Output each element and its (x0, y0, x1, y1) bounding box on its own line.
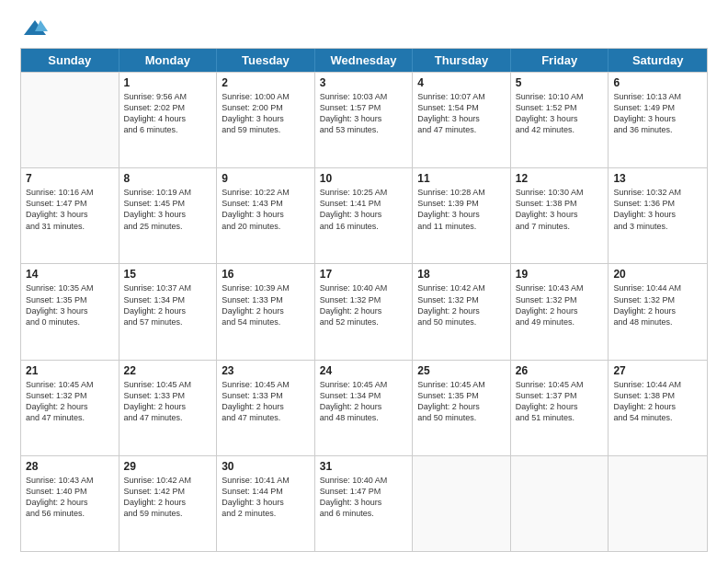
day-number: 29 (124, 460, 212, 473)
day-cell-25: 25Sunrise: 10:45 AMSunset: 1:35 PMDaylig… (413, 361, 511, 455)
header-day-friday: Friday (511, 49, 609, 72)
header (20, 17, 708, 39)
cell-info-line: Sunset: 1:44 PM (222, 486, 310, 497)
cell-info-line: Sunrise: 10:30 AM (516, 187, 604, 198)
day-cell-17: 17Sunrise: 10:40 AMSunset: 1:32 PMDaylig… (315, 264, 414, 359)
cell-info-line: Sunrise: 9:56 AM (124, 91, 212, 102)
cell-info-line: and 49 minutes. (516, 316, 604, 327)
day-cell-23: 23Sunrise: 10:45 AMSunset: 1:33 PMDaylig… (217, 361, 315, 455)
day-number: 13 (613, 172, 702, 185)
cell-info-line: and 2 minutes. (222, 508, 310, 519)
cell-info-line: Sunrise: 10:35 AM (26, 282, 114, 293)
calendar-body: 1Sunrise: 9:56 AMSunset: 2:02 PMDaylight… (21, 72, 707, 551)
cell-info-line: Daylight: 3 hours (222, 209, 310, 220)
calendar-row-4: 21Sunrise: 10:45 AMSunset: 1:32 PMDaylig… (21, 360, 707, 455)
day-cell-31: 31Sunrise: 10:40 AMSunset: 1:47 PMDaylig… (315, 456, 414, 551)
cell-info-line: Sunset: 1:42 PM (124, 486, 212, 497)
cell-info-line: Daylight: 3 hours (26, 305, 114, 316)
cell-info-line: Sunset: 1:35 PM (26, 294, 114, 305)
logo-icon (22, 17, 48, 42)
cell-info-line: Sunset: 1:43 PM (222, 198, 310, 209)
day-cell-28: 28Sunrise: 10:43 AMSunset: 1:40 PMDaylig… (21, 456, 119, 551)
day-cell-22: 22Sunrise: 10:45 AMSunset: 1:33 PMDaylig… (119, 361, 218, 455)
day-number: 31 (320, 460, 408, 473)
cell-info-line: Daylight: 3 hours (516, 209, 604, 220)
cell-info-line: Sunset: 1:35 PM (417, 390, 506, 401)
cell-info-line: Daylight: 2 hours (417, 401, 506, 412)
cell-info-line: Sunrise: 10:16 AM (26, 187, 114, 198)
day-number: 22 (124, 364, 212, 377)
day-cell-24: 24Sunrise: 10:45 AMSunset: 1:34 PMDaylig… (315, 361, 414, 455)
cell-info-line: and 54 minutes. (222, 316, 310, 327)
cell-info-line: Daylight: 3 hours (417, 113, 506, 124)
day-cell-20: 20Sunrise: 10:44 AMSunset: 1:32 PMDaylig… (609, 264, 707, 359)
cell-info-line: and 11 minutes. (417, 221, 506, 232)
cell-info-line: Sunset: 1:33 PM (222, 294, 310, 305)
cell-info-line: Sunrise: 10:19 AM (124, 187, 212, 198)
cell-info-line: and 53 minutes. (320, 124, 408, 135)
cell-info-line: Sunrise: 10:42 AM (124, 475, 212, 486)
cell-info-line: Sunrise: 10:45 AM (124, 379, 212, 390)
day-cell-3: 3Sunrise: 10:03 AMSunset: 1:57 PMDayligh… (315, 73, 414, 167)
day-number: 26 (516, 364, 604, 377)
day-number: 23 (222, 364, 310, 377)
cell-info-line: Sunrise: 10:45 AM (222, 379, 310, 390)
cell-info-line: Sunrise: 10:00 AM (222, 91, 310, 102)
day-cell-21: 21Sunrise: 10:45 AMSunset: 1:32 PMDaylig… (21, 361, 119, 455)
day-number: 24 (320, 364, 408, 377)
cell-info-line: Sunset: 1:57 PM (320, 102, 408, 113)
cell-info-line: and 50 minutes. (417, 412, 506, 423)
cell-info-line: Sunrise: 10:43 AM (516, 282, 604, 293)
cell-info-line: Daylight: 2 hours (222, 401, 310, 412)
logo (20, 17, 48, 39)
day-number: 5 (516, 76, 604, 89)
cell-info-line: Sunset: 1:38 PM (516, 198, 604, 209)
empty-cell (21, 73, 119, 167)
cell-info-line: and 47 minutes. (222, 412, 310, 423)
day-number: 12 (516, 172, 604, 185)
day-number: 20 (613, 268, 702, 281)
cell-info-line: Sunrise: 10:28 AM (417, 187, 506, 198)
cell-info-line: Sunset: 1:40 PM (26, 486, 114, 497)
cell-info-line: Sunset: 1:32 PM (320, 294, 408, 305)
cell-info-line: Daylight: 3 hours (613, 209, 702, 220)
day-cell-30: 30Sunrise: 10:41 AMSunset: 1:44 PMDaylig… (217, 456, 315, 551)
calendar-row-5: 28Sunrise: 10:43 AMSunset: 1:40 PMDaylig… (21, 455, 707, 551)
calendar-header: SundayMondayTuesdayWednesdayThursdayFrid… (21, 49, 707, 72)
cell-info-line: Daylight: 3 hours (320, 209, 408, 220)
day-number: 1 (124, 76, 212, 89)
cell-info-line: Sunrise: 10:44 AM (613, 282, 702, 293)
cell-info-line: and 56 minutes. (26, 508, 114, 519)
cell-info-line: Sunset: 1:32 PM (417, 294, 506, 305)
cell-info-line: Sunset: 1:45 PM (124, 198, 212, 209)
cell-info-line: Sunrise: 10:45 AM (417, 379, 506, 390)
day-number: 2 (222, 76, 310, 89)
day-cell-7: 7Sunrise: 10:16 AMSunset: 1:47 PMDayligh… (21, 168, 119, 263)
cell-info-line: Sunset: 1:34 PM (320, 390, 408, 401)
day-number: 9 (222, 172, 310, 185)
cell-info-line: Daylight: 2 hours (124, 497, 212, 508)
cell-info-line: Sunrise: 10:07 AM (417, 91, 506, 102)
day-cell-26: 26Sunrise: 10:45 AMSunset: 1:37 PMDaylig… (511, 361, 609, 455)
calendar: SundayMondayTuesdayWednesdayThursdayFrid… (20, 48, 708, 552)
cell-info-line: and 47 minutes. (26, 412, 114, 423)
cell-info-line: Sunrise: 10:32 AM (613, 187, 702, 198)
cell-info-line: and 42 minutes. (516, 124, 604, 135)
cell-info-line: Sunrise: 10:44 AM (613, 379, 702, 390)
day-cell-12: 12Sunrise: 10:30 AMSunset: 1:38 PMDaylig… (511, 168, 609, 263)
cell-info-line: Sunset: 1:36 PM (613, 198, 702, 209)
day-number: 16 (222, 268, 310, 281)
cell-info-line: Sunset: 1:49 PM (613, 102, 702, 113)
cell-info-line: Daylight: 2 hours (613, 401, 702, 412)
cell-info-line: Sunrise: 10:43 AM (26, 475, 114, 486)
cell-info-line: Daylight: 2 hours (222, 305, 310, 316)
cell-info-line: Sunrise: 10:40 AM (320, 282, 408, 293)
cell-info-line: Sunset: 1:54 PM (417, 102, 506, 113)
page: SundayMondayTuesdayWednesdayThursdayFrid… (0, 0, 728, 563)
cell-info-line: Sunrise: 10:22 AM (222, 187, 310, 198)
cell-info-line: Daylight: 2 hours (613, 305, 702, 316)
header-day-monday: Monday (119, 49, 218, 72)
cell-info-line: Daylight: 2 hours (26, 401, 114, 412)
cell-info-line: and 59 minutes. (222, 124, 310, 135)
header-day-sunday: Sunday (21, 49, 119, 72)
